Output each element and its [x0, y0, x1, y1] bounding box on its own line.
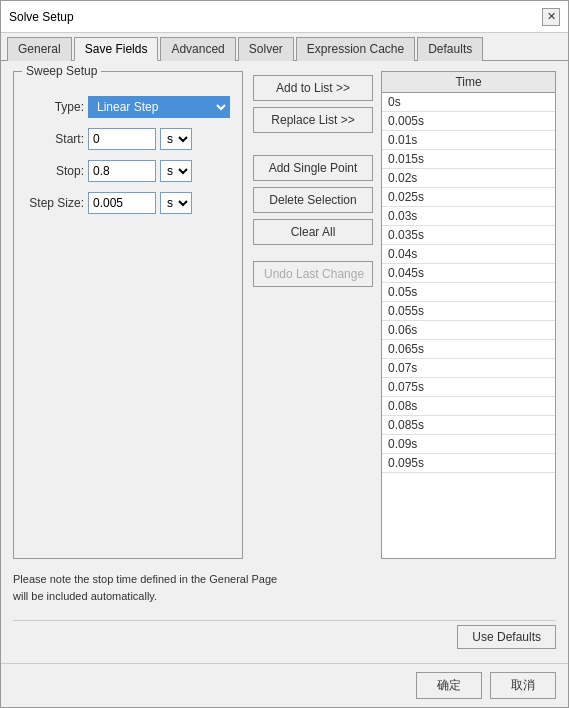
step-row: Step Size: s ms us [26, 192, 230, 214]
right-section: Add to List >> Replace List >> Add Singl… [253, 71, 556, 559]
bottom-row: Use Defaults [13, 620, 556, 653]
replace-list-button[interactable]: Replace List >> [253, 107, 373, 133]
close-button[interactable]: ✕ [542, 8, 560, 26]
list-item[interactable]: 0.005s [382, 112, 555, 131]
time-list-header: Time [382, 72, 555, 93]
list-item[interactable]: 0.04s [382, 245, 555, 264]
list-item[interactable]: 0.015s [382, 150, 555, 169]
step-input[interactable] [88, 192, 156, 214]
tab-expression-cache[interactable]: Expression Cache [296, 37, 415, 61]
tab-save-fields[interactable]: Save Fields [74, 37, 159, 61]
title-bar: Solve Setup ✕ [1, 1, 568, 33]
list-item[interactable]: 0.045s [382, 264, 555, 283]
stop-label: Stop: [26, 164, 84, 178]
note-text: Please note the stop time defined in the… [13, 567, 556, 608]
dialog-buttons: 确定 取消 [1, 663, 568, 707]
list-item[interactable]: 0.035s [382, 226, 555, 245]
time-list-scroll[interactable]: 0s0.005s0.01s0.015s0.02s0.025s0.03s0.035… [382, 93, 555, 558]
stop-input[interactable] [88, 160, 156, 182]
list-item[interactable]: 0.03s [382, 207, 555, 226]
list-item[interactable]: 0.075s [382, 378, 555, 397]
tab-solver[interactable]: Solver [238, 37, 294, 61]
add-single-point-button[interactable]: Add Single Point [253, 155, 373, 181]
clear-all-button[interactable]: Clear All [253, 219, 373, 245]
list-item[interactable]: 0.065s [382, 340, 555, 359]
tab-advanced[interactable]: Advanced [160, 37, 235, 61]
undo-last-change-button[interactable]: Undo Last Change [253, 261, 373, 287]
step-label: Step Size: [26, 196, 84, 210]
main-area: Sweep Setup Type: Linear Step Linear Cou… [13, 71, 556, 559]
step-unit-select[interactable]: s ms us [160, 192, 192, 214]
list-item[interactable]: 0.06s [382, 321, 555, 340]
window-title: Solve Setup [9, 10, 74, 24]
type-label: Type: [26, 100, 84, 114]
start-input[interactable] [88, 128, 156, 150]
start-unit-select[interactable]: s ms us [160, 128, 192, 150]
list-item[interactable]: 0.085s [382, 416, 555, 435]
list-item[interactable]: 0.05s [382, 283, 555, 302]
tab-bar: General Save Fields Advanced Solver Expr… [1, 33, 568, 61]
list-item[interactable]: 0.09s [382, 435, 555, 454]
stop-row: Stop: s ms us [26, 160, 230, 182]
list-item[interactable]: 0.07s [382, 359, 555, 378]
type-select[interactable]: Linear Step Linear Count Log Scale Decad… [88, 96, 230, 118]
type-row: Type: Linear Step Linear Count Log Scale… [26, 96, 230, 118]
ok-button[interactable]: 确定 [416, 672, 482, 699]
time-list-container: Time 0s0.005s0.01s0.015s0.02s0.025s0.03s… [381, 71, 556, 559]
tab-general[interactable]: General [7, 37, 72, 61]
sweep-setup-group: Sweep Setup Type: Linear Step Linear Cou… [13, 71, 243, 559]
buttons-column: Add to List >> Replace List >> Add Singl… [253, 71, 373, 559]
main-content: Sweep Setup Type: Linear Step Linear Cou… [1, 61, 568, 663]
use-defaults-button[interactable]: Use Defaults [457, 625, 556, 649]
stop-unit-select[interactable]: s ms us [160, 160, 192, 182]
list-item[interactable]: 0.025s [382, 188, 555, 207]
sweep-group-label: Sweep Setup [22, 64, 101, 78]
solve-setup-window: Solve Setup ✕ General Save Fields Advanc… [0, 0, 569, 708]
list-item[interactable]: 0.01s [382, 131, 555, 150]
start-row: Start: s ms us [26, 128, 230, 150]
delete-selection-button[interactable]: Delete Selection [253, 187, 373, 213]
list-item[interactable]: 0.095s [382, 454, 555, 473]
start-label: Start: [26, 132, 84, 146]
note-line2: will be included automatically. [13, 590, 157, 602]
list-item[interactable]: 0s [382, 93, 555, 112]
add-to-list-button[interactable]: Add to List >> [253, 75, 373, 101]
list-item[interactable]: 0.02s [382, 169, 555, 188]
note-line1: Please note the stop time defined in the… [13, 573, 277, 585]
list-item[interactable]: 0.08s [382, 397, 555, 416]
cancel-button[interactable]: 取消 [490, 672, 556, 699]
list-item[interactable]: 0.055s [382, 302, 555, 321]
tab-defaults[interactable]: Defaults [417, 37, 483, 61]
